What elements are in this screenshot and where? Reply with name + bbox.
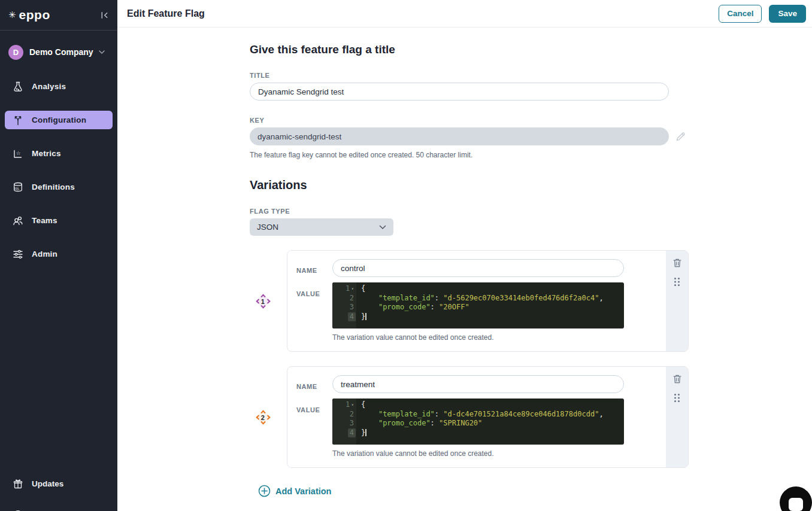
key-row bbox=[250, 127, 693, 145]
variation-2-fields: NAME VALUE 1▾234 { "template_id": "d-dc4… bbox=[287, 367, 666, 467]
sidebar-item-analysis[interactable]: Analysis bbox=[5, 77, 113, 96]
help-circle-icon: ? bbox=[12, 509, 24, 511]
sidebar-collapse-icon[interactable] bbox=[100, 11, 109, 20]
database-sql-icon: SQL bbox=[12, 181, 24, 193]
sidebar-item-label: Analysis bbox=[32, 82, 66, 91]
variation-row-1: 1 NAME VALUE bbox=[250, 250, 689, 352]
save-button[interactable]: Save bbox=[769, 5, 806, 23]
variation-1-name-input[interactable] bbox=[332, 259, 624, 277]
variation-name-label: NAME bbox=[296, 267, 317, 274]
sidebar-item-label: Teams bbox=[32, 216, 57, 225]
sidebar-item-teams[interactable]: Teams bbox=[5, 211, 113, 230]
page-title: Edit Feature Flag bbox=[127, 8, 205, 19]
add-variation-button[interactable]: Add Variation bbox=[258, 485, 331, 497]
chat-bubble-icon bbox=[789, 498, 803, 511]
sidebar-item-updates[interactable]: Updates bbox=[5, 474, 113, 493]
title-input[interactable] bbox=[250, 83, 669, 101]
sidebar-item-metrics[interactable]: ☆ Metrics bbox=[5, 144, 113, 163]
key-helper-text: The feature flag key cannot be edited on… bbox=[250, 151, 693, 159]
sidebar-item-label: Metrics bbox=[32, 149, 61, 158]
workspace-switcher[interactable]: D Demo Company bbox=[0, 35, 117, 69]
sidebar-item-label: Updates bbox=[32, 479, 63, 488]
sidebar-item-admin[interactable]: Admin bbox=[5, 245, 113, 263]
drag-handle-icon[interactable] bbox=[673, 277, 681, 287]
variation-1-diamond-icon: 1 bbox=[256, 294, 270, 308]
variation-2-name-input[interactable] bbox=[332, 375, 624, 393]
variation-value-helper: The variation value cannot be edited onc… bbox=[332, 449, 624, 458]
feature-flag-form: Give this feature flag a title TITLE KEY… bbox=[250, 28, 693, 497]
title-section-heading: Give this feature flag a title bbox=[250, 43, 693, 56]
gift-icon bbox=[12, 478, 24, 490]
sliders-icon bbox=[12, 248, 24, 260]
sidebar: ✳ eppo D Demo Company Analysis Configura… bbox=[0, 0, 117, 511]
sidebar-item-definitions[interactable]: SQL Definitions bbox=[5, 178, 113, 196]
flask-icon bbox=[12, 81, 24, 93]
variation-name-label: NAME bbox=[296, 383, 317, 390]
variation-value-label: VALUE bbox=[296, 406, 320, 413]
trash-icon[interactable] bbox=[672, 373, 683, 384]
variation-1-marker-col: 1 bbox=[250, 250, 287, 352]
branch-icon bbox=[12, 114, 24, 126]
trash-icon[interactable] bbox=[672, 257, 683, 268]
metrics-star-icon: ☆ bbox=[12, 148, 24, 160]
main-area: Edit Feature Flag Cancel Save Give this … bbox=[117, 0, 812, 511]
svg-text:SQL: SQL bbox=[14, 186, 20, 190]
variation-value-label: VALUE bbox=[296, 290, 320, 297]
key-input bbox=[250, 127, 669, 145]
eppo-logo: eppo bbox=[19, 8, 50, 22]
sidebar-divider bbox=[0, 30, 117, 31]
sidebar-item-label: Definitions bbox=[32, 182, 75, 191]
variation-value-helper: The variation value cannot be edited onc… bbox=[332, 333, 624, 342]
variation-2-marker-col: 2 bbox=[250, 366, 287, 468]
plus-circle-icon bbox=[258, 485, 271, 497]
variation-1-value-editor[interactable]: 1▾234 { "template_id": "d-5629ec070e3341… bbox=[332, 282, 624, 328]
header-actions: Cancel Save bbox=[719, 5, 806, 23]
variation-1-actions-strip bbox=[666, 251, 688, 351]
logo-row: ✳ eppo bbox=[0, 0, 117, 30]
flag-type-select: JSON bbox=[250, 218, 393, 236]
workspace-name: Demo Company bbox=[29, 47, 93, 57]
variation-2-value-editor[interactable]: 1▾234 { "template_id": "d-dc4e701521a84c… bbox=[332, 399, 624, 445]
editor-code: { "template_id": "d-dc4e701521a84ce89ce0… bbox=[356, 399, 604, 445]
sidebar-item-label: Configuration bbox=[32, 115, 86, 124]
editor-gutter: 1▾234 bbox=[332, 282, 356, 328]
editor-gutter: 1▾234 bbox=[332, 399, 356, 445]
eppo-logo-mark-icon: ✳ bbox=[8, 10, 16, 20]
content-scroll-area: Give this feature flag a title TITLE KEY… bbox=[117, 28, 812, 511]
chevron-down-icon bbox=[99, 50, 105, 54]
variation-2-actions-strip bbox=[666, 367, 688, 467]
svg-text:☆: ☆ bbox=[16, 150, 21, 156]
variations-heading: Variations bbox=[250, 178, 693, 192]
drag-handle-icon[interactable] bbox=[673, 393, 681, 403]
cancel-button[interactable]: Cancel bbox=[719, 5, 762, 23]
workspace-avatar: D bbox=[8, 45, 23, 60]
add-variation-label: Add Variation bbox=[275, 486, 331, 496]
sidebar-item-partial[interactable]: ? D bbox=[5, 506, 113, 511]
editor-code: { "template_id": "d-5629ec070e33414eb0fe… bbox=[356, 282, 604, 328]
variation-1-fields: NAME VALUE 1▾234 { "template_id": "d-562… bbox=[287, 251, 666, 351]
key-field-label: KEY bbox=[250, 117, 693, 124]
variation-row-2: 2 NAME VALUE bbox=[250, 366, 689, 468]
flag-type-label: FLAG TYPE bbox=[250, 208, 693, 215]
variation-card-2: NAME VALUE 1▾234 { "template_id": "d-dc4… bbox=[287, 366, 689, 468]
edit-key-pencil-icon[interactable] bbox=[675, 130, 687, 142]
chevron-down-icon bbox=[379, 225, 386, 230]
variation-2-diamond-icon: 2 bbox=[256, 410, 270, 424]
sidebar-item-label: Admin bbox=[32, 250, 57, 258]
title-field-label: TITLE bbox=[250, 72, 693, 79]
flag-type-value: JSON bbox=[257, 223, 278, 232]
sidebar-item-configuration[interactable]: Configuration bbox=[5, 111, 113, 129]
sidebar-nav: Analysis Configuration ☆ Metrics SQL Def… bbox=[0, 69, 117, 263]
page-header: Edit Feature Flag Cancel Save bbox=[117, 0, 812, 28]
teams-people-icon bbox=[12, 215, 24, 227]
variation-card-1: NAME VALUE 1▾234 { "template_id": "d-562… bbox=[287, 250, 689, 352]
